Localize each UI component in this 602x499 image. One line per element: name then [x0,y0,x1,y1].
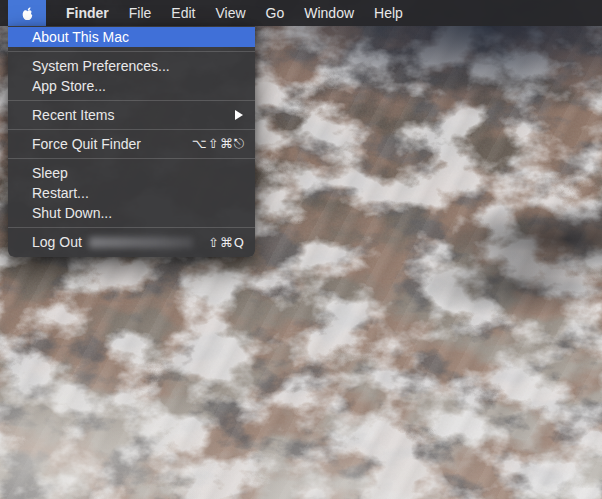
apple-menu-button[interactable] [8,0,46,26]
menubar-item-file[interactable]: File [119,0,162,26]
menu-item-app-store[interactable]: App Store... [8,76,255,96]
menu-item-label: System Preferences... [32,58,170,74]
menu-item-label: Shut Down... [32,205,112,221]
menu-separator [8,100,255,101]
menu-item-log-out[interactable]: Log Out ⇧⌘Q [8,232,255,252]
menu-item-shut-down[interactable]: Shut Down... [8,203,255,223]
menu-item-system-preferences[interactable]: System Preferences... [8,56,255,76]
menu-item-label: Force Quit Finder [32,136,141,152]
menu-item-label: Log Out [32,234,82,250]
menu-separator [8,129,255,130]
menu-item-label: Recent Items [32,107,114,123]
menubar-item-help[interactable]: Help [364,0,413,26]
desktop[interactable]: Finder File Edit View Go Window Help Abo… [0,0,602,499]
menu-item-label: App Store... [32,78,106,94]
menu-item-label: Restart... [32,185,89,201]
menu-item-recent-items[interactable]: Recent Items [8,105,255,125]
menubar-item-edit[interactable]: Edit [161,0,205,26]
menubar-item-view[interactable]: View [205,0,255,26]
menubar-item-go[interactable]: Go [256,0,295,26]
menu-item-label: Sleep [32,165,68,181]
keyboard-shortcut: ⌥⇧⌘⎋ [192,136,245,152]
menu-item-label: About This Mac [32,29,129,45]
apple-menu-dropdown: About This Mac System Preferences... App… [8,26,255,257]
menubar-item-window[interactable]: Window [294,0,364,26]
menu-item-about-this-mac[interactable]: About This Mac [8,27,255,47]
menu-bar: Finder File Edit View Go Window Help [0,0,602,26]
menu-separator [8,158,255,159]
menubar-item-finder[interactable]: Finder [56,0,119,26]
log-out-username-redacted [89,237,193,248]
menu-item-sleep[interactable]: Sleep [8,163,255,183]
menu-item-force-quit-finder[interactable]: Force Quit Finder ⌥⇧⌘⎋ [8,134,255,154]
apple-logo-icon [21,6,34,21]
menu-separator [8,227,255,228]
menu-separator [8,51,255,52]
submenu-arrow-icon [235,110,243,120]
menu-item-restart[interactable]: Restart... [8,183,255,203]
keyboard-shortcut: ⇧⌘Q [208,235,245,250]
menu-bar-items: Finder File Edit View Go Window Help [56,0,413,26]
